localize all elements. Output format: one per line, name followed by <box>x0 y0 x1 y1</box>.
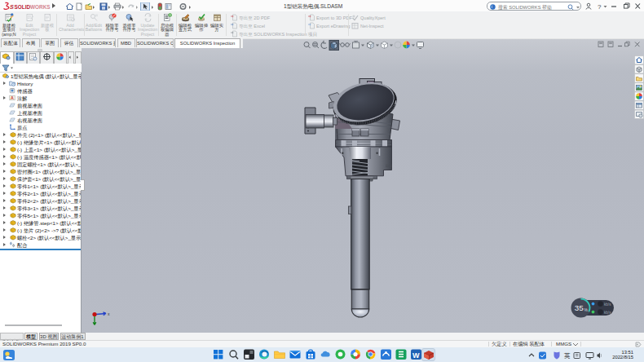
svg-text:S: S <box>10 3 14 11</box>
svg-text:kb/s: kb/s <box>604 302 611 307</box>
svg-text:英: 英 <box>564 352 571 360</box>
svg-text:i: i <box>492 4 492 9</box>
svg-text:W: W <box>412 351 420 360</box>
svg-text:kb/s: kb/s <box>604 311 611 315</box>
svg-text:%: % <box>584 307 589 312</box>
svg-text:SOLIDWORKS: SOLIDWORKS <box>15 4 51 10</box>
svg-text:x: x <box>108 311 110 316</box>
svg-text:35: 35 <box>575 303 584 312</box>
svg-text:?: ? <box>598 2 602 10</box>
